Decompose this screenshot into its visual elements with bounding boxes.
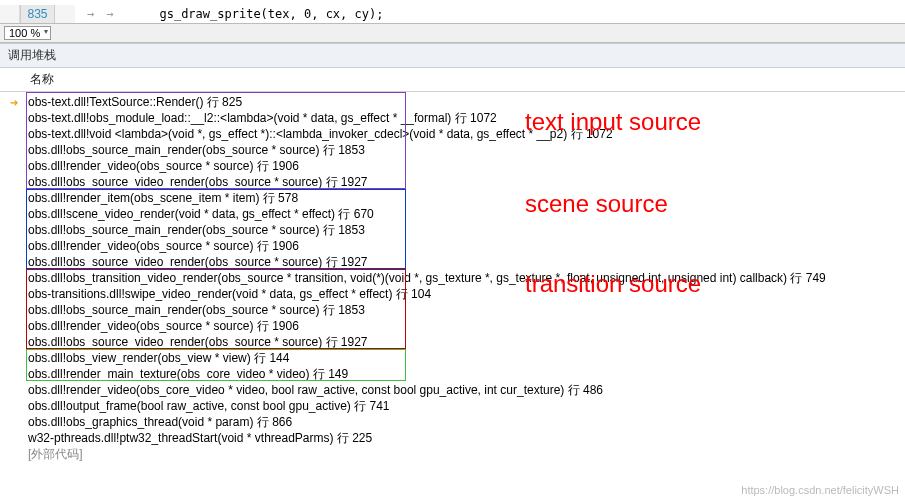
stack-frame-text: obs.dll!scene_video_render(void * data, … (22, 206, 374, 223)
callstack-body: ➔obs-text.dll!TextSource::Render() 行 825… (0, 92, 905, 462)
stack-frame[interactable]: obs-transitions.dll!swipe_video_render(v… (0, 286, 905, 302)
stack-frame-text: obs.dll!render_video(obs_core_video * vi… (22, 382, 603, 399)
stack-frame-text: obs.dll!obs_source_video_render(obs_sour… (22, 174, 368, 191)
stack-frame[interactable]: obs.dll!render_item(obs_scene_item * ite… (0, 190, 905, 206)
stack-frame[interactable]: obs-text.dll!void <lambda>(void *, gs_ef… (0, 126, 905, 142)
stack-frame-text: obs-transitions.dll!swipe_video_render(v… (22, 286, 431, 303)
stack-frame[interactable]: obs.dll!obs_source_video_render(obs_sour… (0, 254, 905, 270)
stack-frame-text: obs-text.dll!void <lambda>(void *, gs_ef… (22, 126, 613, 143)
callstack-panel: 调用堆栈 名称 ➔obs-text.dll!TextSource::Render… (0, 44, 905, 462)
stack-frame[interactable]: obs.dll!obs_source_main_render(obs_sourc… (0, 142, 905, 158)
stack-frame[interactable]: w32-pthreads.dll!ptw32_threadStart(void … (0, 430, 905, 446)
stack-frame[interactable]: obs.dll!obs_source_main_render(obs_sourc… (0, 222, 905, 238)
stack-frame-text: obs.dll!obs_source_main_render(obs_sourc… (22, 222, 365, 239)
stack-frame-text: obs.dll!render_main_texture(obs_core_vid… (22, 366, 348, 383)
code-editor-strip: 835 → → gs_draw_sprite(tex, 0, cx, cy); … (0, 0, 905, 44)
stack-frame[interactable]: obs.dll!render_video(obs_core_video * vi… (0, 382, 905, 398)
stack-frame-text: obs-text.dll!obs_module_load::__l2::<lam… (22, 110, 497, 127)
stack-frame-text: obs.dll!render_item(obs_scene_item * ite… (22, 190, 298, 207)
line-number: 835 (20, 5, 55, 23)
stack-frame-text: obs.dll!render_video(obs_source * source… (22, 238, 299, 255)
external-code-row[interactable]: [外部代码] (0, 446, 905, 462)
stack-frame-text: obs.dll!obs_transition_video_render(obs_… (22, 270, 826, 287)
stack-frame[interactable]: obs.dll!obs_source_video_render(obs_sour… (0, 334, 905, 350)
stack-frame-text: obs.dll!render_video(obs_source * source… (22, 158, 299, 175)
indent-marker: → (106, 7, 113, 21)
code-line[interactable]: → → gs_draw_sprite(tex, 0, cx, cy); (75, 5, 905, 23)
stack-frame-text: obs.dll!obs_source_video_render(obs_sour… (22, 334, 368, 351)
column-header-name[interactable]: 名称 (0, 68, 905, 92)
external-code-label: [外部代码] (22, 446, 83, 463)
stack-frame-text: obs.dll!output_frame(bool raw_active, co… (22, 398, 390, 415)
stack-frame[interactable]: obs.dll!obs_view_render(obs_view * view)… (0, 350, 905, 366)
zoom-dropdown[interactable]: 100 % (4, 26, 51, 40)
stack-frame-text: w32-pthreads.dll!ptw32_threadStart(void … (22, 430, 372, 447)
stack-frame[interactable]: obs.dll!obs_transition_video_render(obs_… (0, 270, 905, 286)
zoom-bar: 100 % (0, 23, 905, 43)
stack-frame-text: obs.dll!obs_graphics_thread(void * param… (22, 414, 292, 431)
indent-marker: → (87, 7, 94, 21)
stack-frame[interactable]: obs.dll!render_video(obs_source * source… (0, 158, 905, 174)
stack-frame-text: obs.dll!obs_source_video_render(obs_sour… (22, 254, 368, 271)
gutter: 835 (0, 5, 75, 23)
stack-frame[interactable]: ➔obs-text.dll!TextSource::Render() 行 825 (0, 94, 905, 110)
stack-frame[interactable]: obs.dll!obs_source_video_render(obs_sour… (0, 174, 905, 190)
stack-frame[interactable]: obs.dll!render_video(obs_source * source… (0, 238, 905, 254)
stack-frame[interactable]: obs.dll!render_main_texture(obs_core_vid… (0, 366, 905, 382)
stack-frame[interactable]: obs.dll!scene_video_render(void * data, … (0, 206, 905, 222)
stack-frame[interactable]: obs.dll!obs_graphics_thread(void * param… (0, 414, 905, 430)
stack-frame[interactable]: obs.dll!render_video(obs_source * source… (0, 318, 905, 334)
stack-frame[interactable]: obs.dll!output_frame(bool raw_active, co… (0, 398, 905, 414)
panel-title: 调用堆栈 (0, 44, 905, 68)
watermark: https://blog.csdn.net/felicityWSH (741, 484, 899, 496)
stack-frame-text: obs.dll!obs_source_main_render(obs_sourc… (22, 302, 365, 319)
stack-frame-text: obs.dll!obs_view_render(obs_view * view)… (22, 350, 289, 367)
stack-frame-text: obs.dll!obs_source_main_render(obs_sourc… (22, 142, 365, 159)
stack-frame[interactable]: obs.dll!obs_source_main_render(obs_sourc… (0, 302, 905, 318)
current-frame-icon: ➔ (6, 97, 22, 108)
stack-frame[interactable]: obs-text.dll!obs_module_load::__l2::<lam… (0, 110, 905, 126)
stack-frame-text: obs-text.dll!TextSource::Render() 行 825 (22, 94, 242, 111)
stack-frame-text: obs.dll!render_video(obs_source * source… (22, 318, 299, 335)
